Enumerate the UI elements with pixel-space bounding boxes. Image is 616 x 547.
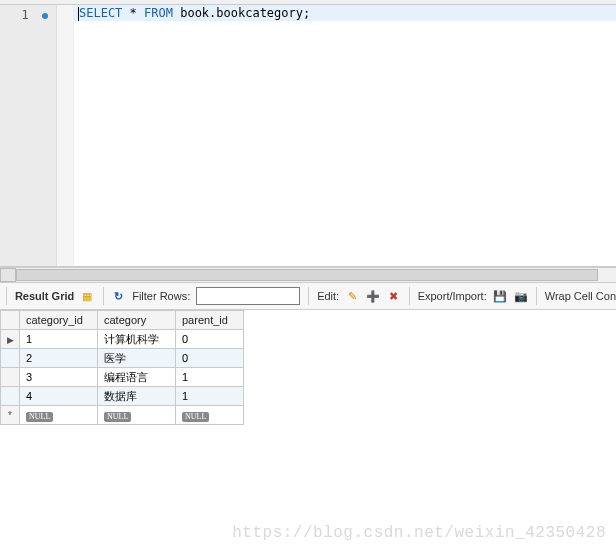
cell-category[interactable]: 数据库 — [98, 387, 176, 406]
export-icon[interactable]: 💾 — [493, 288, 508, 304]
line-gutter: 1 — [0, 5, 57, 266]
breakpoint-dot-icon[interactable] — [42, 13, 48, 19]
scroll-thumb[interactable] — [16, 269, 598, 281]
column-header-category-id[interactable]: category_id — [20, 311, 98, 330]
null-badge: NULL — [104, 412, 131, 422]
divider — [536, 287, 537, 305]
row-handle[interactable]: * — [1, 406, 20, 425]
code-line-1[interactable]: SELECT * FROM book.bookcategory; — [74, 5, 616, 21]
cell-parent-id[interactable]: 1 — [176, 387, 244, 406]
line-number: 1 — [22, 8, 29, 22]
import-icon[interactable]: 📷 — [513, 288, 528, 304]
cell-category[interactable]: 编程语言 — [98, 368, 176, 387]
cell-parent-id[interactable]: 1 — [176, 368, 244, 387]
result-grid-label: Result Grid — [15, 290, 74, 302]
add-row-icon[interactable]: ➕ — [366, 288, 381, 304]
divider — [103, 287, 104, 305]
code-area[interactable]: SELECT * FROM book.bookcategory; — [74, 5, 616, 266]
cell-category-id[interactable]: 4 — [20, 387, 98, 406]
cell-category-id[interactable]: 2 — [20, 349, 98, 368]
delete-row-icon[interactable]: ✖ — [386, 288, 401, 304]
fold-margin — [57, 5, 74, 266]
sql-keyword: SELECT — [79, 6, 122, 20]
edit-label: Edit: — [317, 290, 339, 302]
table-row[interactable]: 3 编程语言 1 — [1, 368, 244, 387]
divider — [409, 287, 410, 305]
scroll-left-arrow-icon[interactable] — [0, 268, 16, 282]
cell-category-id[interactable]: 3 — [20, 368, 98, 387]
row-handle[interactable] — [1, 349, 20, 368]
row-handle[interactable]: ▶ — [1, 330, 20, 349]
cell-null[interactable]: NULL — [176, 406, 244, 425]
cell-category[interactable]: 计算机科学 — [98, 330, 176, 349]
line-number-1: 1 — [0, 7, 56, 23]
sql-keyword: FROM — [144, 6, 173, 20]
table-header-row: category_id category parent_id — [1, 311, 244, 330]
sql-text: book.bookcategory; — [173, 6, 310, 20]
watermark-text: https://blog.csdn.net/weixin_42350428 — [232, 524, 606, 542]
cell-category-id[interactable]: 1 — [20, 330, 98, 349]
current-row-pointer-icon: ▶ — [7, 335, 14, 345]
refresh-icon[interactable]: ↻ — [112, 288, 127, 304]
table-row[interactable]: 4 数据库 1 — [1, 387, 244, 406]
cell-null[interactable]: NULL — [98, 406, 176, 425]
results-toolbar: Result Grid ▦ ↻ Filter Rows: Edit: ✎ ➕ ✖… — [0, 283, 616, 310]
column-header-parent-id[interactable]: parent_id — [176, 311, 244, 330]
divider — [308, 287, 309, 305]
edit-row-icon[interactable]: ✎ — [345, 288, 360, 304]
cell-parent-id[interactable]: 0 — [176, 330, 244, 349]
editor-horizontal-scrollbar[interactable] — [0, 267, 616, 283]
row-handle[interactable] — [1, 387, 20, 406]
null-badge: NULL — [26, 412, 53, 422]
filter-rows-label: Filter Rows: — [132, 290, 190, 302]
filter-rows-input[interactable] — [196, 287, 300, 305]
results-area: category_id category parent_id ▶ 1 计算机科学… — [0, 310, 616, 547]
result-table[interactable]: category_id category parent_id ▶ 1 计算机科学… — [0, 310, 244, 425]
sql-text: * — [122, 6, 144, 20]
cell-parent-id[interactable]: 0 — [176, 349, 244, 368]
column-header-category[interactable]: category — [98, 311, 176, 330]
new-row-star-icon: * — [8, 410, 12, 421]
null-badge: NULL — [182, 412, 209, 422]
table-row[interactable]: ▶ 1 计算机科学 0 — [1, 330, 244, 349]
grid-icon[interactable]: ▦ — [80, 288, 95, 304]
cell-null[interactable]: NULL — [20, 406, 98, 425]
row-handle[interactable] — [1, 368, 20, 387]
table-row-insert[interactable]: * NULL NULL NULL — [1, 406, 244, 425]
wrap-cell-label: Wrap Cell Con — [545, 290, 616, 302]
row-handle-header — [1, 311, 20, 330]
export-import-label: Export/Import: — [418, 290, 487, 302]
divider — [6, 287, 7, 305]
result-grid: category_id category parent_id ▶ 1 计算机科学… — [0, 310, 616, 425]
cell-category[interactable]: 医学 — [98, 349, 176, 368]
table-row[interactable]: 2 医学 0 — [1, 349, 244, 368]
sql-editor: 1 SELECT * FROM book.bookcategory; — [0, 5, 616, 267]
